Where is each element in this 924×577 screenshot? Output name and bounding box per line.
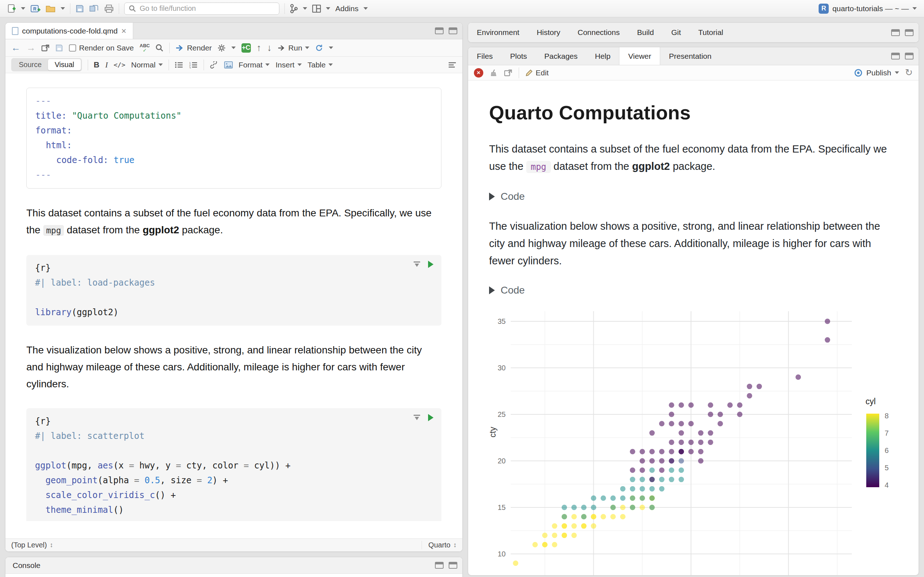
version-control-caret-icon[interactable] bbox=[303, 7, 307, 10]
run-button[interactable]: Run bbox=[278, 44, 310, 52]
visual-mode-button[interactable]: Visual bbox=[48, 59, 81, 70]
paragraph-style-dropdown[interactable]: Normal bbox=[131, 61, 163, 69]
viewer-toolbar: × Edit Publish ↻ bbox=[468, 65, 919, 81]
open-in-new-window-icon[interactable] bbox=[504, 69, 512, 76]
open-file-caret-icon[interactable] bbox=[61, 7, 65, 10]
source-pane: computations-code-fold.qmd × ← → Render … bbox=[5, 23, 463, 552]
spellcheck-icon[interactable]: ABC✓ bbox=[140, 43, 150, 53]
yaml-block[interactable]: ---title: "Quarto Computations"format: h… bbox=[26, 88, 441, 189]
maximize-pane-icon[interactable] bbox=[449, 27, 457, 34]
save-all-icon[interactable] bbox=[89, 4, 99, 13]
source-mode-button[interactable]: Source bbox=[12, 59, 48, 70]
tab-computations-code-fold[interactable]: computations-code-fold.qmd × bbox=[5, 23, 133, 39]
tab-plots[interactable]: Plots bbox=[501, 47, 536, 65]
outline-icon[interactable] bbox=[448, 61, 457, 69]
rerun-caret-icon[interactable] bbox=[329, 47, 333, 49]
minimize-pane-icon[interactable] bbox=[891, 53, 900, 60]
scope-selector[interactable]: (Top Level) bbox=[11, 541, 47, 549]
publish-button[interactable]: Publish ↻ bbox=[854, 67, 913, 78]
editor-paragraph-1[interactable]: This dataset contains a subset of the fu… bbox=[26, 205, 441, 239]
addins-caret-icon[interactable] bbox=[363, 7, 368, 10]
forward-icon[interactable]: → bbox=[26, 42, 36, 53]
minimize-pane-icon[interactable] bbox=[435, 27, 444, 34]
goto-file-input[interactable] bbox=[140, 4, 275, 13]
open-file-icon[interactable] bbox=[45, 4, 56, 13]
find-icon[interactable] bbox=[155, 44, 163, 52]
tab-packages[interactable]: Packages bbox=[536, 47, 586, 65]
code-chunk-load-packages[interactable]: {r}#| label: load-packages library(ggplo… bbox=[26, 255, 441, 326]
insert-dropdown[interactable]: Insert bbox=[275, 61, 302, 69]
workspace-panes-icon[interactable] bbox=[312, 5, 321, 13]
code-fold-toggle-2[interactable]: Code bbox=[489, 285, 898, 296]
close-tab-icon[interactable]: × bbox=[121, 27, 126, 35]
format-dropdown[interactable]: Format bbox=[239, 61, 270, 69]
numbered-list-icon[interactable]: 123 bbox=[189, 61, 198, 69]
popout-window-icon[interactable] bbox=[42, 44, 50, 52]
save-icon[interactable] bbox=[76, 4, 84, 13]
tab-help[interactable]: Help bbox=[586, 47, 619, 65]
tab-environment[interactable]: Environment bbox=[468, 23, 528, 42]
tab-connections[interactable]: Connections bbox=[569, 23, 628, 42]
render-button[interactable]: Render bbox=[175, 44, 212, 52]
maximize-pane-icon[interactable] bbox=[449, 562, 457, 569]
svg-text:15: 15 bbox=[498, 503, 506, 511]
back-icon[interactable]: ← bbox=[11, 42, 21, 53]
inline-code-mpg: mpg bbox=[43, 225, 64, 236]
image-icon[interactable] bbox=[224, 61, 233, 69]
viewer-paragraph-1: This dataset contains a subset of the fu… bbox=[489, 140, 898, 176]
minimize-pane-icon[interactable] bbox=[435, 562, 444, 569]
run-chunk-icon[interactable] bbox=[428, 414, 433, 421]
tab-tutorial[interactable]: Tutorial bbox=[690, 23, 732, 42]
insert-chunk-icon[interactable]: +C bbox=[241, 43, 251, 53]
gear-icon[interactable] bbox=[218, 44, 226, 52]
run-chunks-above-icon[interactable]: ↑ bbox=[257, 42, 261, 53]
tab-viewer[interactable]: Viewer bbox=[619, 47, 660, 65]
run-chunk-icon[interactable] bbox=[428, 261, 433, 268]
editor-paragraph-2[interactable]: The visualization below shows a positive… bbox=[26, 342, 441, 392]
run-chunks-above-icon[interactable] bbox=[414, 415, 420, 421]
maximize-pane-icon[interactable] bbox=[905, 53, 914, 60]
visual-editor[interactable]: ---title: "Quarto Computations"format: h… bbox=[5, 73, 462, 521]
tab-files[interactable]: Files bbox=[468, 47, 501, 65]
edit-button[interactable]: Edit bbox=[525, 69, 549, 77]
pencil-icon bbox=[525, 69, 533, 76]
render-options-caret-icon[interactable] bbox=[231, 47, 236, 49]
render-on-save-checkbox[interactable]: Render on Save bbox=[69, 44, 134, 52]
console-header[interactable]: Console bbox=[5, 557, 462, 574]
clear-viewer-icon[interactable]: × bbox=[474, 68, 483, 77]
scope-stepper-icon[interactable]: ↕ bbox=[50, 541, 53, 549]
refresh-icon[interactable]: ↻ bbox=[905, 67, 913, 78]
save-icon[interactable] bbox=[55, 44, 63, 52]
bullet-list-icon[interactable] bbox=[175, 61, 183, 69]
run-chunks-above-icon[interactable] bbox=[414, 261, 420, 267]
maximize-pane-icon[interactable] bbox=[905, 29, 914, 36]
tab-build[interactable]: Build bbox=[628, 23, 663, 42]
new-file-caret-icon[interactable] bbox=[21, 7, 25, 10]
print-icon[interactable] bbox=[104, 4, 114, 13]
version-control-icon[interactable] bbox=[290, 4, 298, 13]
run-chunks-below-icon[interactable]: ↓ bbox=[267, 42, 272, 53]
workspace-panes-caret-icon[interactable] bbox=[326, 7, 330, 10]
checkbox-icon[interactable] bbox=[69, 44, 76, 52]
code-chunk-scatterplot[interactable]: {r}#| label: scatterplot ggplot(mpg, aes… bbox=[26, 408, 441, 521]
bold-button[interactable]: B bbox=[94, 60, 100, 69]
italic-button[interactable]: I bbox=[105, 60, 108, 69]
goto-file-search[interactable] bbox=[124, 3, 279, 15]
code-format-button[interactable]: </> bbox=[114, 61, 126, 69]
tab-history[interactable]: History bbox=[528, 23, 569, 42]
tab-git[interactable]: Git bbox=[663, 23, 690, 42]
doc-type-selector[interactable]: Quarto ↕ bbox=[422, 541, 457, 549]
new-project-icon[interactable]: R bbox=[30, 4, 40, 13]
code-fold-toggle-1[interactable]: Code bbox=[489, 191, 898, 202]
render-icon bbox=[175, 44, 184, 52]
new-file-icon[interactable] bbox=[7, 4, 16, 13]
rerun-icon[interactable] bbox=[315, 44, 323, 52]
minimize-pane-icon[interactable] bbox=[891, 29, 900, 36]
project-menu[interactable]: R quarto-tutorials — ~ — bbox=[819, 3, 917, 14]
table-dropdown[interactable]: Table bbox=[307, 61, 333, 69]
tab-presentation[interactable]: Presentation bbox=[660, 47, 720, 65]
link-icon[interactable] bbox=[210, 61, 218, 69]
broom-icon[interactable] bbox=[490, 69, 498, 77]
addins-menu[interactable]: Addins bbox=[335, 4, 359, 13]
run-icon bbox=[278, 44, 286, 52]
